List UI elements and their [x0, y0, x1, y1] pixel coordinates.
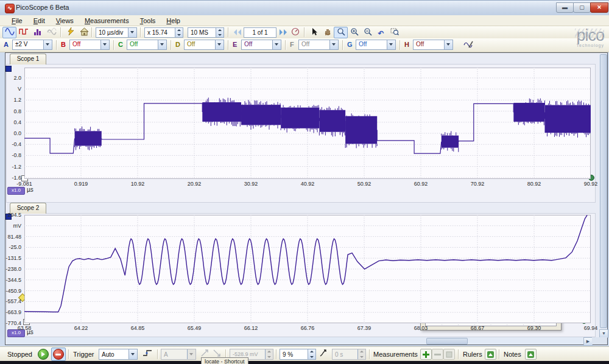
- s2-y-tick: -344.5: [1, 277, 21, 283]
- add-measurement-button[interactable]: [420, 349, 432, 360]
- rulers-button[interactable]: [485, 349, 496, 360]
- hand-icon: [323, 27, 332, 36]
- menu-measurements[interactable]: Measurements: [79, 16, 135, 26]
- persistence-mode-button[interactable]: [16, 27, 30, 38]
- auto-setup-button[interactable]: [63, 27, 77, 38]
- trigger-delay-spinner-disabled[interactable]: 0 s: [332, 349, 366, 360]
- menu-bar: FileEditViewsMeasurementsToolsHelp: [0, 15, 609, 26]
- pointer-tool-button[interactable]: [307, 27, 321, 38]
- zoom-out-button[interactable]: [361, 27, 375, 38]
- home-settings-button[interactable]: [77, 27, 91, 38]
- zoom-factor-spinner[interactable]: x 15.74: [144, 27, 183, 38]
- tab-label: Scope 1: [17, 55, 40, 62]
- spinner-buttons[interactable]: [216, 28, 224, 37]
- buffer-navigator-button[interactable]: [289, 27, 301, 38]
- scroll-right-button[interactable]: ▶: [583, 337, 593, 346]
- channel-g-range-select[interactable]: Off: [356, 40, 396, 50]
- edit-measurement-button-disabled[interactable]: [432, 349, 443, 360]
- awg-button[interactable]: [462, 40, 476, 51]
- horizontal-scrollbar-thumb[interactable]: [426, 338, 468, 345]
- channel-e-range-select[interactable]: Off: [241, 40, 281, 50]
- menu-tools[interactable]: Tools: [135, 16, 161, 26]
- chevron-down-icon[interactable]: [100, 40, 109, 49]
- close-button[interactable]: ✕: [590, 2, 608, 13]
- s1-x-tick: 50.92: [350, 181, 379, 187]
- sample-count-spinner[interactable]: 10 MS: [188, 27, 224, 38]
- zoom-to-fit-button[interactable]: [387, 27, 401, 38]
- menu-file[interactable]: File: [6, 16, 28, 26]
- scope1-zoom-badge[interactable]: x1.0: [7, 187, 25, 195]
- chevron-down-icon[interactable]: [387, 40, 395, 49]
- trigger-locate-button[interactable]: [317, 348, 331, 360]
- scope1-channel-a-marker[interactable]: [5, 66, 12, 72]
- undo-arrow-icon: ↶: [378, 29, 384, 38]
- scope1-plot[interactable]: [24, 68, 591, 179]
- maximize-button[interactable]: ▢: [573, 2, 591, 13]
- s1-x-tick: 30.92: [236, 181, 266, 187]
- trigger-mode-value: Auto: [102, 351, 114, 358]
- rulers-label: Rulers: [463, 351, 482, 358]
- vertical-scrollbar-thumb[interactable]: [600, 54, 607, 328]
- trigger-edge-button[interactable]: [140, 348, 155, 360]
- xy-mode-button-disabled[interactable]: [44, 27, 58, 38]
- notes-button[interactable]: [525, 349, 537, 360]
- pretrigger-spinner[interactable]: 9 %: [280, 349, 316, 360]
- trigger-level-value: -528.9 mV: [233, 351, 258, 357]
- scope2-plot[interactable]: [24, 215, 591, 323]
- scope-mode-button[interactable]: [2, 27, 16, 38]
- hand-tool-button[interactable]: [320, 27, 334, 38]
- next-buffer-button[interactable]: [277, 27, 289, 38]
- app-icon: ∿: [5, 4, 15, 13]
- buffer-position-value: 1 of 1: [244, 29, 276, 36]
- minimize-button[interactable]: ▬: [556, 2, 574, 13]
- tab-scope1[interactable]: Scope 1: [10, 54, 46, 65]
- channels-toolbar: A±2 VBOffCOffDOffEOffFOffGOffHOff: [0, 38, 609, 52]
- chevron-down-icon[interactable]: [43, 40, 52, 49]
- previous-buffer-button[interactable]: [231, 27, 244, 38]
- channel-h-range-select[interactable]: Off: [413, 40, 453, 50]
- trigger-mode-select[interactable]: Auto: [99, 349, 138, 360]
- channel-f-range-select[interactable]: Off: [298, 40, 339, 50]
- channel-f-label: F: [290, 41, 294, 48]
- channel-a-range-select[interactable]: ±2 V: [12, 40, 52, 50]
- separator: [228, 40, 229, 50]
- s1-y-tick: -1.2: [1, 164, 21, 170]
- chevron-down-icon[interactable]: [444, 40, 452, 49]
- zoom-tool-button[interactable]: [334, 27, 348, 38]
- s1-x-tick: 20.92: [180, 181, 209, 187]
- timebase-select[interactable]: 10 µs/div: [96, 27, 137, 38]
- zoom-in-button[interactable]: [347, 27, 361, 38]
- menu-views[interactable]: Views: [51, 16, 79, 26]
- panel-up-icon: [487, 351, 494, 358]
- chevron-down-icon[interactable]: [128, 28, 136, 37]
- menu-edit[interactable]: Edit: [28, 16, 51, 26]
- spectrum-mode-button[interactable]: [30, 27, 44, 38]
- spinner-buttons[interactable]: [308, 349, 315, 359]
- channel-c-range-select[interactable]: Off: [127, 40, 167, 50]
- channel-d-range-select[interactable]: Off: [184, 40, 224, 50]
- delete-measurement-button-disabled[interactable]: [443, 349, 455, 360]
- chevron-down-icon[interactable]: [215, 40, 224, 49]
- chevron-down-icon[interactable]: [128, 349, 137, 359]
- logo-stripes: [575, 29, 604, 38]
- square-wave-icon: [19, 27, 29, 36]
- vertical-scrollbar[interactable]: [599, 54, 607, 329]
- s2-x-tick: 68.03: [406, 325, 435, 331]
- undo-zoom-button[interactable]: ↶: [374, 27, 388, 38]
- notes-label: Notes: [504, 351, 521, 358]
- horizontal-scrollbar[interactable]: [6, 337, 583, 345]
- timebase-value: 10 µs/div: [99, 29, 123, 36]
- s2-x-tick: 64.22: [66, 325, 96, 331]
- menu-help[interactable]: Help: [161, 16, 186, 26]
- chevron-down-icon[interactable]: [158, 40, 166, 49]
- chevron-down-icon[interactable]: [272, 40, 281, 49]
- s2-y-tick: -131.5: [1, 255, 21, 261]
- title-bar[interactable]: ∿ PicoScope 6 Beta ▬ ▢ ✕: [0, 1, 609, 16]
- channel-b-range-select[interactable]: Off: [69, 40, 110, 50]
- main-toolbar: 10 µs/div x 15.74 10 MS 1 of 1: [0, 26, 609, 39]
- stop-capture-button[interactable]: [51, 348, 66, 361]
- trigger-source-select-disabled[interactable]: A: [161, 349, 196, 360]
- chevron-down-icon[interactable]: [329, 40, 338, 49]
- start-capture-button[interactable]: [38, 349, 49, 360]
- spinner-buttons[interactable]: [175, 28, 183, 37]
